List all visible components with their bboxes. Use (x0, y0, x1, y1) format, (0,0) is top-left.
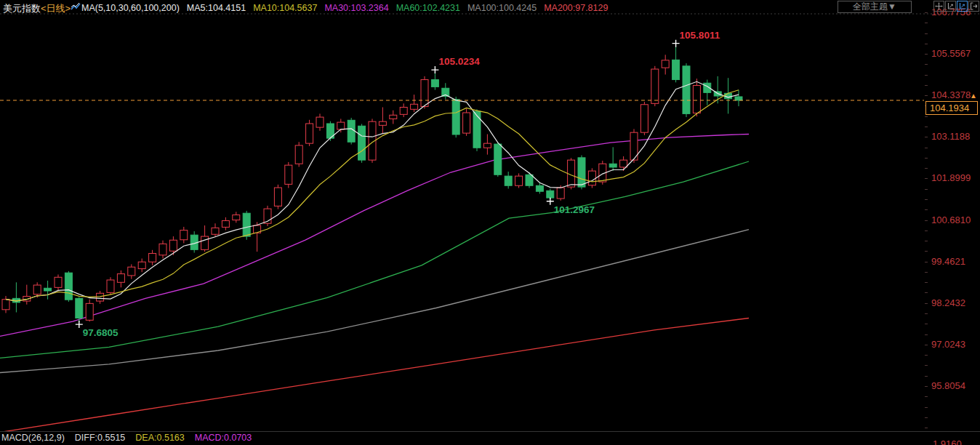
axis-tick (925, 75, 928, 76)
candle[interactable] (159, 244, 166, 254)
candle[interactable] (138, 262, 145, 268)
candle[interactable] (285, 165, 292, 184)
candle[interactable] (473, 111, 481, 148)
candle[interactable] (693, 86, 700, 113)
ma-value-ma100: MA100:100.4245 (467, 3, 537, 13)
axis-scale-icon[interactable] (945, 1, 956, 12)
symbol-name: 美元指数 (3, 3, 41, 14)
candle[interactable] (295, 145, 302, 164)
axis-tick (925, 23, 928, 23)
candle[interactable] (411, 104, 418, 109)
axis-tick (925, 158, 928, 159)
ma-value-ma200: MA200:97.8129 (544, 3, 608, 13)
ma-param-label: MA(5,10,30,60,100,200) (81, 3, 180, 13)
candle[interactable] (640, 105, 648, 132)
candle[interactable] (128, 267, 135, 276)
axis-scale-active-icon[interactable] (957, 1, 968, 12)
candle[interactable] (620, 160, 627, 167)
mini-chart-icon[interactable] (71, 2, 81, 12)
move-icon[interactable] (933, 1, 944, 12)
period-label[interactable]: <日线> (41, 3, 71, 14)
candle[interactable] (348, 120, 355, 142)
candle[interactable] (180, 230, 188, 240)
theme-dropdown-button[interactable]: 全部主题▼ (838, 1, 912, 13)
y-axis-label: 104.3378 (931, 90, 971, 100)
candle[interactable] (526, 175, 533, 185)
candle[interactable] (233, 215, 240, 220)
candle[interactable] (662, 60, 669, 68)
candle[interactable] (578, 158, 585, 187)
axis-tick (925, 137, 928, 137)
candle[interactable] (169, 240, 177, 251)
candle[interactable] (2, 300, 9, 310)
axis-tick (925, 116, 928, 117)
candlestick-chart[interactable]: 97.6805105.0234101.2967105.8011 (0, 0, 980, 431)
candle[interactable] (505, 176, 512, 185)
axis-tick (925, 345, 928, 345)
price-annotation: 105.0234 (438, 56, 480, 67)
axis-tick (925, 220, 928, 221)
candle[interactable] (390, 115, 397, 119)
candle[interactable] (316, 117, 324, 127)
latest-price-arrow-icon[interactable]: ▲ (970, 92, 977, 100)
exit-right-icon[interactable] (968, 1, 979, 12)
candle[interactable] (212, 228, 219, 234)
axis-tick (925, 199, 928, 200)
candle[interactable] (107, 280, 114, 292)
candle[interactable] (672, 60, 680, 79)
candle[interactable] (201, 236, 209, 249)
candle[interactable] (274, 188, 281, 206)
y-axis-label: 97.0243 (931, 340, 965, 350)
axis-tick (925, 407, 928, 408)
ma-chips: MA5:104.4151MA10:104.5637MA30:103.2364MA… (187, 3, 609, 13)
candle[interactable] (379, 121, 386, 125)
candle[interactable] (44, 288, 52, 291)
candle[interactable] (494, 144, 502, 175)
candle[interactable] (463, 113, 470, 133)
price-annotation: 97.6805 (83, 327, 119, 338)
macd-panel-header: MACD(26,12,9) DIFF:0.5515 DEA:0.5163 MAC… (1, 433, 252, 443)
y-axis-label: 100.6810 (931, 215, 971, 225)
candle[interactable] (588, 171, 595, 185)
candle[interactable] (86, 303, 93, 320)
candle[interactable] (515, 176, 523, 185)
candle[interactable] (337, 122, 345, 129)
axis-tick (925, 178, 928, 179)
candle[interactable] (55, 277, 62, 287)
candle[interactable] (547, 191, 554, 198)
axis-tick (925, 292, 928, 293)
candle[interactable] (97, 293, 104, 301)
chart-header: 美元指数<日线> MA(5,10,30,60,100,200) MA5:104.… (0, 0, 980, 15)
axis-tick (925, 189, 928, 190)
candle[interactable] (483, 143, 491, 148)
candle[interactable] (358, 126, 366, 160)
extreme-marker-icon (431, 66, 438, 73)
y-axis-label: 105.5567 (931, 49, 971, 59)
candle[interactable] (431, 80, 438, 87)
candle[interactable] (452, 100, 459, 135)
candle[interactable] (33, 285, 41, 294)
candle[interactable] (683, 66, 690, 114)
y-axis-label: 95.8054 (931, 381, 965, 391)
candle[interactable] (421, 80, 428, 107)
axis-tick (925, 127, 928, 127)
candle[interactable] (735, 97, 742, 100)
axis-tick (925, 303, 928, 304)
candle[interactable] (222, 221, 229, 228)
candles-layer (2, 46, 742, 322)
candle[interactable] (149, 253, 156, 262)
y-axis-label: 98.2432 (931, 298, 965, 308)
candle[interactable] (76, 298, 83, 318)
candle[interactable] (243, 213, 250, 236)
price-annotation: 105.8011 (680, 30, 720, 41)
candle[interactable] (117, 274, 124, 283)
candle[interactable] (400, 108, 407, 115)
candle[interactable] (306, 124, 313, 143)
candle[interactable] (651, 69, 659, 103)
candle[interactable] (536, 185, 543, 191)
axis-tick (925, 365, 928, 366)
candle[interactable] (65, 273, 72, 300)
candle[interactable] (557, 188, 564, 199)
axis-tick (925, 428, 928, 428)
candle[interactable] (609, 164, 616, 167)
